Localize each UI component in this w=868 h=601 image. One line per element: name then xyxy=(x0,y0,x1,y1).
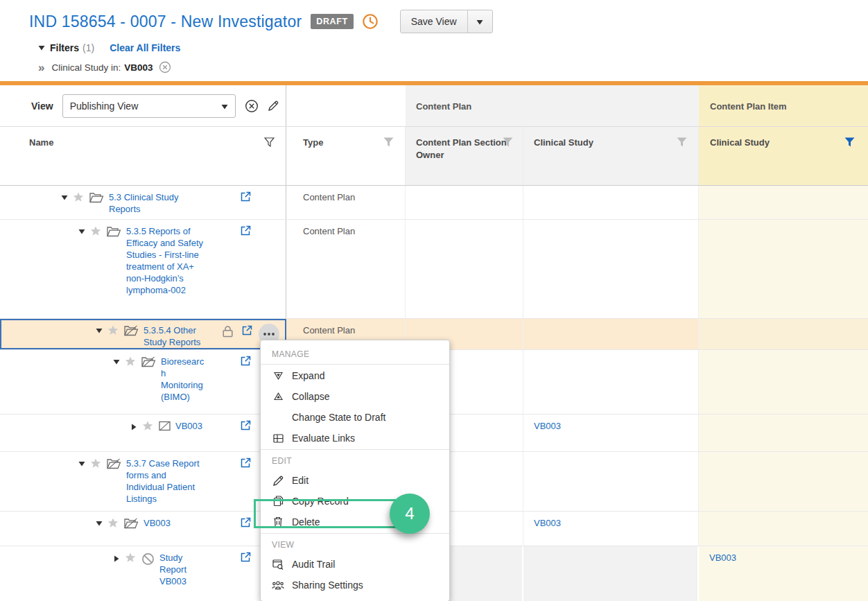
tree-collapse-caret[interactable] xyxy=(78,229,85,234)
cpi-clinical-study-cell xyxy=(699,319,868,349)
menu-item-sharing-settings[interactable]: Sharing Settings xyxy=(261,575,449,595)
copy-icon xyxy=(272,496,284,507)
menu-item-evaluate-links[interactable]: Evaluate Links xyxy=(261,428,449,448)
menu-item-collapse[interactable]: Collapse xyxy=(261,386,449,407)
status-badge: DRAFT xyxy=(311,14,353,29)
external-link-icon[interactable] xyxy=(242,325,252,338)
type-cell: Content Plan xyxy=(286,220,406,318)
cpi-clinical-study-cell xyxy=(699,350,868,414)
menu-section-header: MANAGE xyxy=(261,344,449,363)
content-plan-name-link[interactable]: 5.3.5.4 Other Study Reports xyxy=(144,324,209,348)
chevron-down-icon xyxy=(476,16,483,27)
favorite-star-icon[interactable] xyxy=(90,226,101,236)
menu-divider xyxy=(261,533,449,534)
filters-collapse-caret-icon[interactable] xyxy=(38,45,45,51)
menu-item-expand[interactable]: Expand xyxy=(261,365,449,386)
filters-count: (1) xyxy=(83,42,94,53)
filter-funnel-icon[interactable] xyxy=(503,137,513,150)
clear-view-icon[interactable] xyxy=(245,99,259,113)
clinical-study-cell xyxy=(523,220,699,318)
external-link-icon[interactable] xyxy=(241,517,251,530)
clinical-study-link[interactable]: VB003 xyxy=(709,552,736,563)
audit-icon xyxy=(272,559,284,570)
favorite-star-icon[interactable] xyxy=(142,421,153,431)
favorite-star-icon[interactable] xyxy=(107,518,119,528)
view-select[interactable]: Publishing View xyxy=(62,94,236,118)
edit-view-pencil-icon[interactable] xyxy=(268,100,279,112)
external-link-icon[interactable] xyxy=(241,191,251,204)
folder-slash-icon xyxy=(124,518,139,529)
cpi-clinical-study-cell xyxy=(699,220,868,318)
tree-collapse-caret[interactable] xyxy=(96,521,103,526)
external-link-icon[interactable] xyxy=(241,225,251,238)
name-cell: 5.3 Clinical Study Reports xyxy=(0,186,286,219)
collapse-icon xyxy=(272,392,284,401)
favorite-star-icon[interactable] xyxy=(125,356,136,367)
folder-slash-icon xyxy=(124,325,139,336)
filter-funnel-icon[interactable] xyxy=(383,137,394,150)
favorite-star-icon[interactable] xyxy=(107,325,119,336)
name-cell: Bioresearch Monitoring (BIMO) xyxy=(0,350,286,414)
tree-collapse-caret[interactable] xyxy=(113,359,120,365)
external-link-icon[interactable] xyxy=(241,458,251,471)
menu-section-header: VIEW xyxy=(261,534,449,554)
external-link-icon[interactable] xyxy=(241,552,251,565)
save-view-split-button: Save View xyxy=(400,10,493,33)
clear-all-filters-link[interactable]: Clear All Filters xyxy=(110,42,180,53)
content-plan-name-link[interactable]: 5.3.7 Case Report forms and Individual P… xyxy=(126,458,204,505)
clinical-study-cell: VB003 xyxy=(523,512,699,546)
view-select-value: Publishing View xyxy=(70,101,221,112)
save-view-dropdown-button[interactable] xyxy=(467,10,492,33)
grid-group-header-row: View Publishing View Content Plan Conten… xyxy=(0,85,868,127)
clinical-study-cell xyxy=(523,546,699,601)
filter-funnel-active-icon[interactable] xyxy=(844,137,855,150)
content-plan-page: IND 158654 - 0007 - New Investigator DRA… xyxy=(0,0,868,601)
tree-collapse-caret[interactable] xyxy=(96,328,103,333)
filter-funnel-icon[interactable] xyxy=(264,137,275,150)
folder-slash-icon xyxy=(107,458,121,469)
favorite-star-icon[interactable] xyxy=(125,552,136,563)
menu-item-audit-trail[interactable]: Audit Trail xyxy=(261,554,449,575)
lock-icon xyxy=(222,325,234,340)
folder-open-icon xyxy=(107,226,121,237)
favorite-star-icon[interactable] xyxy=(73,192,84,202)
external-link-icon[interactable] xyxy=(241,356,251,369)
tree-expand-caret[interactable] xyxy=(113,555,120,562)
timeline-clock-icon[interactable] xyxy=(362,13,379,30)
menu-item-change-state-to-draft[interactable]: Change State to Draft xyxy=(261,407,449,428)
content-plan-name-link[interactable]: VB003 xyxy=(175,420,231,432)
name-cell: 5.3.7 Case Report forms and Individual P… xyxy=(0,452,286,511)
group-header-spacer xyxy=(286,85,406,126)
group-header-content-plan: Content Plan xyxy=(406,85,699,126)
name-cell: VB003 xyxy=(0,415,286,451)
tree-collapse-caret[interactable] xyxy=(61,195,68,200)
save-view-button[interactable]: Save View xyxy=(401,10,467,33)
content-plan-name-link[interactable]: VB003 xyxy=(144,517,199,529)
page-header: IND 158654 - 0007 - New Investigator DRA… xyxy=(0,0,868,81)
tree-expand-caret[interactable] xyxy=(130,424,137,430)
filter-funnel-icon[interactable] xyxy=(677,137,687,150)
circle-slash-icon xyxy=(141,552,155,566)
clinical-study-link[interactable]: VB003 xyxy=(534,518,561,528)
content-plan-name-link[interactable]: 5.3 Clinical Study Reports xyxy=(109,191,191,215)
menu-item-edit[interactable]: Edit xyxy=(261,470,449,491)
name-cell: VB003 xyxy=(0,512,286,546)
clinical-study-cell xyxy=(523,452,699,511)
section-owner-cell xyxy=(406,186,523,219)
clinical-study-cell xyxy=(523,319,699,349)
menu-divider xyxy=(261,449,449,450)
name-cell: Study Report VB003 xyxy=(0,546,286,601)
content-plan-name-link[interactable]: 5.3.5 Reports of Efficacy and Safety Stu… xyxy=(126,225,208,296)
column-header-content-plan-section-owner: Content Plan Section Owner xyxy=(406,127,523,185)
name-cell: 5.3.5.4 Other Study Reports xyxy=(0,319,286,349)
cpi-clinical-study-cell xyxy=(699,512,868,546)
tree-row[interactable]: 5.3.5 Reports of Efficacy and Safety Stu… xyxy=(0,220,868,319)
tree-row[interactable]: 5.3 Clinical Study ReportsContent Plan xyxy=(0,186,868,220)
content-plan-name-link[interactable]: Study Report VB003 xyxy=(159,552,194,587)
remove-filter-icon[interactable] xyxy=(159,61,171,73)
favorite-star-icon[interactable] xyxy=(90,458,101,469)
tree-collapse-caret[interactable] xyxy=(78,461,85,467)
external-link-icon[interactable] xyxy=(241,420,251,433)
clinical-study-link[interactable]: VB003 xyxy=(534,421,561,431)
content-plan-name-link[interactable]: Bioresearch Monitoring (BIMO) xyxy=(161,356,207,403)
